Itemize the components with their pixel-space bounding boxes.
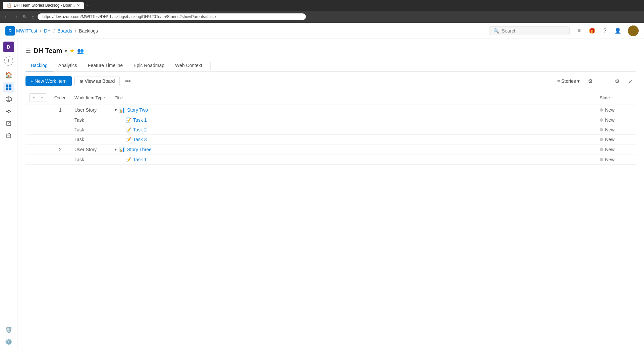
sort-icon-btn[interactable]: ≡ <box>598 76 609 86</box>
row-title[interactable]: ▾ 📊 Story Two <box>111 105 596 115</box>
svg-rect-8 <box>7 135 11 138</box>
search-input[interactable] <box>502 28 565 34</box>
sidebar-item-admin[interactable]: ⚙️ <box>3 337 14 347</box>
story-title-text[interactable]: Story Three <box>127 147 152 152</box>
search-icon: 🔍 <box>493 28 499 34</box>
expand-all-btn[interactable]: + <box>31 94 37 101</box>
row-type: Task <box>70 115 111 125</box>
state-label: New <box>605 127 614 132</box>
expand-fullscreen-btn[interactable]: ⤢ <box>625 76 636 86</box>
sidebar-item-pipelines[interactable] <box>3 106 14 117</box>
task-title-text[interactable]: Task 3 <box>133 137 147 142</box>
tab-feature-timeline[interactable]: Feature Timeline <box>83 60 128 71</box>
filter-icon-btn[interactable]: ⚙ <box>585 76 596 86</box>
sidebar-item-overview[interactable]: 🏠 <box>3 70 14 80</box>
row-state: New <box>596 155 636 165</box>
row-drag-handle <box>25 105 50 115</box>
row-expand-icon[interactable]: ▾ <box>115 108 117 112</box>
task-title-text[interactable]: Task 1 <box>133 117 147 123</box>
state-dot <box>600 148 603 151</box>
state-dot <box>600 128 603 131</box>
state-label: New <box>605 117 614 123</box>
page-title: DH Team <box>34 47 62 55</box>
more-options-btn[interactable]: ••• <box>122 76 133 86</box>
sidebar-item-repos[interactable] <box>3 94 14 105</box>
tab-analytics[interactable]: Analytics <box>53 60 83 71</box>
story-title-text[interactable]: Story Two <box>127 107 148 113</box>
breadcrumb-boards[interactable]: Boards <box>57 28 72 34</box>
row-order <box>50 125 70 135</box>
sidebar-item-boards[interactable] <box>3 82 14 93</box>
tab-divider <box>210 62 211 70</box>
browser-tab[interactable]: 📋 DH Team Stories Backlog - Boar... ✕ <box>3 2 84 9</box>
state-label: New <box>605 137 614 142</box>
tab-web-context[interactable]: Web Context <box>170 60 208 71</box>
svg-rect-4 <box>6 111 8 112</box>
new-work-item-btn[interactable]: + New Work Item <box>25 76 72 86</box>
home-btn[interactable]: ⌂ <box>30 13 36 21</box>
refresh-btn[interactable]: ↻ <box>21 13 28 21</box>
row-title[interactable]: 📝 Task 2 <box>111 125 596 135</box>
row-state: New <box>596 135 636 144</box>
breadcrumb-mwittest[interactable]: MWITTest <box>16 28 37 34</box>
forward-btn[interactable]: → <box>12 13 19 21</box>
row-title[interactable]: 📝 Task 3 <box>111 135 596 144</box>
expand-collapse-all[interactable]: + − <box>30 93 46 102</box>
state-label: New <box>605 107 614 113</box>
svg-rect-1 <box>9 84 11 87</box>
task-title-text[interactable]: Task 2 <box>133 127 147 132</box>
url-bar[interactable]: https://dev.azure.com/MWITTest/DH/_backl… <box>38 13 306 20</box>
stories-dropdown-btn[interactable]: ≡ Stories ▾ <box>554 76 582 86</box>
tab-epic-roadmap[interactable]: Epic Roadmap <box>128 60 170 71</box>
settings-people-icon[interactable]: 👤 <box>613 26 623 35</box>
notification-icon[interactable]: ≡ <box>576 26 582 35</box>
main-content: ☰ DH Team ▾ ★ 👥 Backlog Analytics Featur… <box>17 39 644 350</box>
col-header-type: Work Item Type <box>70 91 111 105</box>
table-row[interactable]: Task 📝 Task 2 New <box>25 125 636 135</box>
task-title-text[interactable]: Task 1 <box>133 157 147 162</box>
favorite-icon[interactable]: ★ <box>70 48 74 54</box>
gift-icon[interactable]: 🎁 <box>587 26 597 35</box>
table-row[interactable]: 1 User Story ▾ 📊 Story Two New <box>25 105 636 115</box>
row-state: New <box>596 144 636 155</box>
view-as-board-btn[interactable]: ⊕ View as Board <box>74 76 120 86</box>
org-icon[interactable]: D <box>3 42 14 52</box>
column-settings-btn[interactable]: ⚙ <box>612 76 623 86</box>
row-type: User Story <box>70 105 111 115</box>
new-tab-btn[interactable]: + <box>87 2 90 8</box>
svg-rect-0 <box>6 84 8 87</box>
task-icon: 📝 <box>125 157 131 162</box>
avatar[interactable] <box>628 25 639 36</box>
table-row[interactable]: Task 📝 Task 1 New <box>25 155 636 165</box>
left-sidebar: D + 🏠 <box>0 39 17 350</box>
row-title[interactable]: ▾ 📊 Story Three <box>111 144 596 155</box>
sidebar-bottom: 🛡️ ⚙️ » <box>3 325 14 350</box>
row-expand-icon[interactable]: ▾ <box>115 147 117 152</box>
table-row[interactable]: 2 User Story ▾ 📊 Story Three New <box>25 144 636 155</box>
table-row[interactable]: Task 📝 Task 3 New <box>25 135 636 144</box>
state-dot <box>600 158 603 161</box>
state-label: New <box>605 147 614 152</box>
row-state: New <box>596 115 636 125</box>
team-members-icon[interactable]: 👥 <box>77 48 84 54</box>
collapse-all-btn[interactable]: − <box>39 94 45 101</box>
help-icon[interactable]: ? <box>602 26 608 35</box>
tab-close-btn[interactable]: ✕ <box>77 3 80 8</box>
back-btn[interactable]: ← <box>3 13 10 21</box>
tab-backlog[interactable]: Backlog <box>25 60 53 71</box>
sidebar-item-testplans[interactable] <box>3 118 14 129</box>
sidebar-item-expand[interactable]: » <box>3 349 14 350</box>
add-project-btn[interactable]: + <box>4 56 13 66</box>
table-row[interactable]: Task 📝 Task 1 New <box>25 115 636 125</box>
app-header: D MWITTest / DH / Boards / Backlogs 🔍 ≡ … <box>0 23 644 39</box>
breadcrumb-dh[interactable]: DH <box>44 28 51 34</box>
sidebar-item-shield[interactable]: 🛡️ <box>3 325 14 335</box>
team-dropdown-btn[interactable]: ▾ <box>65 48 67 54</box>
table-header-row: + − Order Work Item Type Title State <box>25 91 636 105</box>
menu-icon[interactable]: ☰ <box>25 47 31 55</box>
row-title[interactable]: 📝 Task 1 <box>111 115 596 125</box>
sidebar-item-artifacts[interactable] <box>3 130 14 141</box>
header-icons: ≡ 🎁 ? 👤 <box>576 25 639 36</box>
row-title[interactable]: 📝 Task 1 <box>111 155 596 165</box>
search-bar[interactable]: 🔍 <box>489 26 570 35</box>
